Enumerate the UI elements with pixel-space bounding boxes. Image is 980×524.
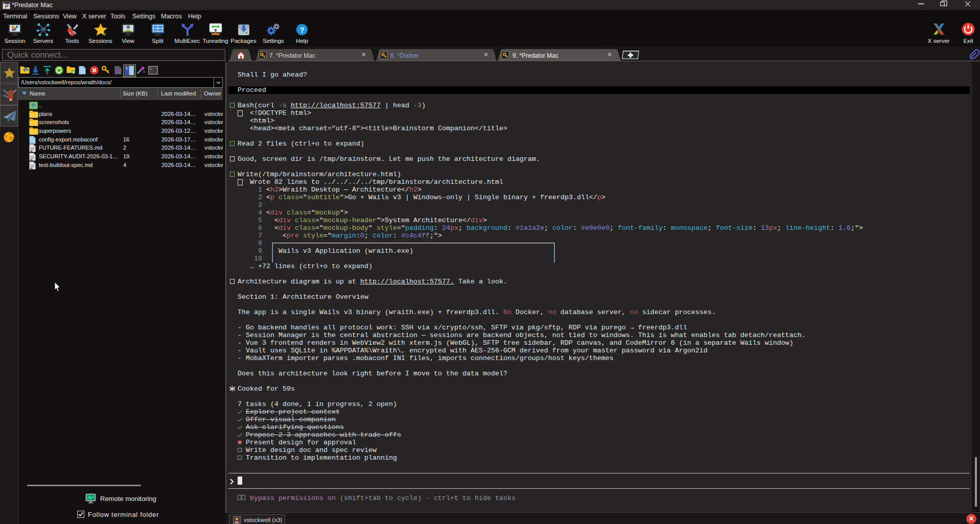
svg-text:?: ?: [299, 26, 304, 34]
svg-text:>: >: [150, 67, 152, 71]
svg-text:A: A: [116, 67, 120, 74]
